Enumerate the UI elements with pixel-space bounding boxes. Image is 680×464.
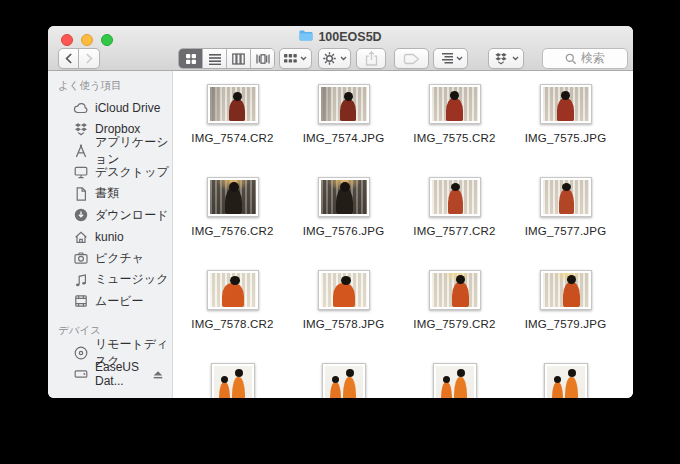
file-item-img7576-cr2[interactable]: IMG_7576.CR2 [177, 177, 288, 270]
sidebar-item-documents[interactable]: 書類 [48, 183, 172, 205]
title-bar: 100EOS5D [48, 26, 633, 71]
file-name: IMG_7578.CR2 [191, 318, 273, 330]
view-columns-button[interactable] [226, 49, 250, 68]
sidebar-section-header: よく使う項目 [48, 79, 172, 93]
sidebar-item-music[interactable]: ミュージック [48, 269, 172, 291]
file-item-img7577-cr2[interactable]: IMG_7577.CR2 [399, 177, 510, 270]
sidebar-item-movies[interactable]: ムービー [48, 291, 172, 313]
sidebar-item-icloud-drive[interactable]: iCloud Drive [48, 97, 172, 119]
file-item-img7575-jpg[interactable]: IMG_7575.JPG [510, 84, 621, 177]
chevron-down-icon [512, 56, 519, 61]
arrange-button[interactable] [433, 48, 468, 69]
group-icon [284, 54, 297, 64]
sidebar-item-label: 書類 [95, 185, 119, 202]
search-icon [565, 53, 577, 65]
thumbnail [429, 84, 481, 124]
file-name: IMG_7577.CR2 [413, 225, 495, 237]
file-item-img7578-cr2[interactable]: IMG_7578.CR2 [177, 270, 288, 363]
search-placeholder: 検索 [581, 50, 605, 67]
thumbnail [207, 177, 259, 217]
thumbnail [318, 84, 370, 124]
thumbnail [211, 363, 255, 398]
file-name: IMG_7577.JPG [525, 225, 607, 237]
sidebar-item-label: EaseUS Dat... [95, 360, 146, 388]
thumbnail [540, 177, 592, 217]
file-name: IMG_7576.CR2 [191, 225, 273, 237]
navigation-buttons [58, 48, 100, 69]
chevron-right-icon [85, 53, 93, 64]
sidebar-section-shared: 共有 [48, 397, 172, 398]
action-button[interactable] [318, 48, 351, 69]
documents-icon [73, 186, 89, 202]
toolbar: 検索 [48, 46, 633, 71]
search-field[interactable]: 検索 [542, 48, 628, 69]
tag-button[interactable] [394, 48, 429, 69]
file-name: IMG_7576.JPG [303, 225, 385, 237]
file-item-partial-3[interactable] [399, 363, 510, 398]
sidebar-item-label: ミュージック [95, 271, 168, 288]
file-item-img7574-cr2[interactable]: IMG_7574.CR2 [177, 84, 288, 177]
icloud-icon [73, 100, 89, 116]
arrange-icon [439, 53, 453, 64]
sidebar-item-home[interactable]: kunio [48, 226, 172, 248]
back-button[interactable] [58, 48, 79, 69]
sidebar-section-header: 共有 [48, 397, 172, 398]
view-coverflow-button[interactable] [250, 49, 274, 68]
share-button[interactable] [356, 48, 386, 69]
sidebar-item-downloads[interactable]: ダウンロード [48, 205, 172, 227]
file-grid: IMG_7574.CR2 IMG_7574.JPG IMG_7575.CR2 I… [173, 71, 633, 398]
file-item-img7579-jpg[interactable]: IMG_7579.JPG [510, 270, 621, 363]
share-icon [365, 51, 378, 66]
file-item-img7579-cr2[interactable]: IMG_7579.CR2 [399, 270, 510, 363]
file-item-img7575-cr2[interactable]: IMG_7575.CR2 [399, 84, 510, 177]
thumbnail [207, 84, 259, 124]
file-name: IMG_7579.CR2 [413, 318, 495, 330]
file-name: IMG_7579.JPG [525, 318, 607, 330]
file-item-partial-1[interactable] [177, 363, 288, 398]
file-item-img7577-jpg[interactable]: IMG_7577.JPG [510, 177, 621, 270]
thumbnail [433, 363, 477, 398]
sidebar: よく使う項目 iCloud Drive Dropbox アプリケーション デスク… [48, 71, 173, 398]
eject-button[interactable] [152, 369, 164, 380]
pictures-icon [73, 250, 89, 266]
sidebar-item-applications[interactable]: アプリケーション [48, 140, 172, 162]
window-title-text: 100EOS5D [318, 30, 381, 44]
thumbnail [544, 363, 588, 398]
file-item-partial-2[interactable] [288, 363, 399, 398]
window-content: よく使う項目 iCloud Drive Dropbox アプリケーション デスク… [48, 71, 633, 398]
group-button[interactable] [279, 48, 312, 69]
music-icon [73, 272, 89, 288]
file-item-img7578-jpg[interactable]: IMG_7578.JPG [288, 270, 399, 363]
window-title: 100EOS5D [48, 30, 633, 44]
chevron-down-icon [340, 56, 347, 61]
view-switcher [178, 48, 275, 69]
view-icons-button[interactable] [179, 49, 202, 68]
sidebar-item-pictures[interactable]: ピクチャ [48, 248, 172, 270]
movies-icon [73, 293, 89, 309]
icon-view-icon [185, 53, 197, 65]
file-item-img7576-jpg[interactable]: IMG_7576.JPG [288, 177, 399, 270]
thumbnail [429, 270, 481, 310]
file-item-img7574-jpg[interactable]: IMG_7574.JPG [288, 84, 399, 177]
file-name: IMG_7578.JPG [303, 318, 385, 330]
thumbnail [318, 270, 370, 310]
sidebar-item-desktop[interactable]: デスクトップ [48, 162, 172, 184]
applications-icon [73, 143, 89, 159]
coverflow-view-icon [256, 53, 270, 65]
view-list-button[interactable] [202, 49, 226, 68]
sidebar-item-label: ダウンロード [95, 207, 168, 224]
external-drive-icon [73, 366, 89, 382]
thumbnail [322, 363, 366, 398]
dropbox-icon [493, 51, 509, 66]
dropbox-button[interactable] [488, 48, 524, 69]
downloads-icon [73, 207, 89, 223]
thumbnail [540, 84, 592, 124]
forward-button[interactable] [79, 48, 100, 69]
gear-icon [322, 51, 337, 66]
eject-icon [152, 369, 164, 380]
file-name: IMG_7575.CR2 [413, 132, 495, 144]
file-item-partial-4[interactable] [510, 363, 621, 398]
sidebar-item-label: kunio [95, 230, 124, 244]
sidebar-item-label: アプリケーション [95, 134, 172, 168]
file-name: IMG_7574.JPG [303, 132, 385, 144]
